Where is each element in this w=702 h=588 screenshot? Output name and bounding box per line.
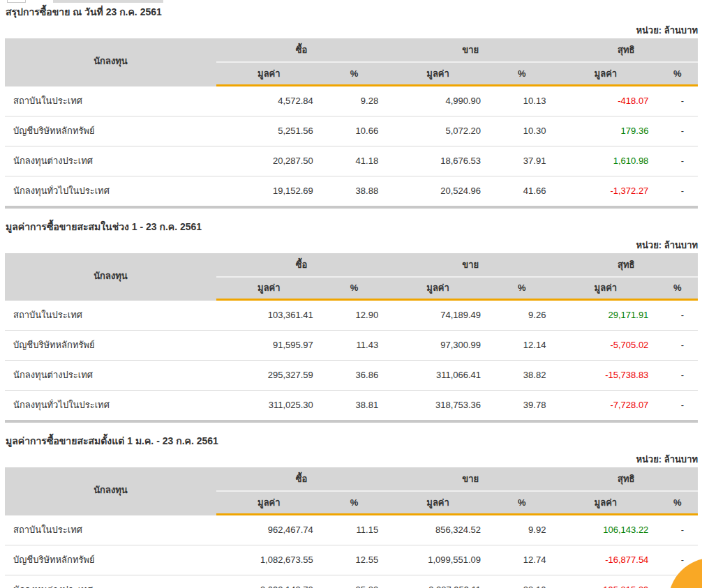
net-value: -418.07 <box>554 85 657 116</box>
sell-value: 18,676.53 <box>387 146 489 176</box>
sell-percent: 12.14 <box>489 331 554 361</box>
sell-value: 1,099,551.09 <box>387 545 489 575</box>
buy-value: 311,025.30 <box>216 391 322 422</box>
buy-value: 103,361.41 <box>216 300 322 331</box>
buy-value: 91,595.97 <box>216 331 322 361</box>
table-row: บัญชีบริษัทหลักทรัพย์ 91,595.97 11.43 97… <box>5 331 698 361</box>
column-header-buy-percent: % <box>322 62 387 85</box>
table-row: นักลงทุนต่างประเทศ 3,092,143.72 35.83 3,… <box>5 575 698 588</box>
column-header-sell-value: มูลค่า <box>387 277 489 300</box>
column-header-buy-value: มูลค่า <box>216 62 322 85</box>
buy-percent: 11.15 <box>322 514 387 545</box>
sell-percent: 12.74 <box>489 545 554 575</box>
investor-name: นักลงทุนต่างประเทศ <box>5 575 216 588</box>
column-header-net-value: มูลค่า <box>554 62 657 85</box>
column-group-net: สุทธิ <box>554 253 698 277</box>
table-row: บัญชีบริษัทหลักทรัพย์ 5,251.56 10.66 5,0… <box>5 116 698 146</box>
section-month-accumulated: มูลค่าการซื้อขายสะสมในช่วง 1 - 23 ก.ค. 2… <box>5 220 698 423</box>
column-group-buy: ซื้อ <box>216 38 387 62</box>
buy-percent: 10.66 <box>322 116 387 146</box>
buy-percent: 36.86 <box>322 361 387 391</box>
buy-percent: 35.83 <box>322 575 387 588</box>
section-title: สรุปการซื้อขาย ณ วันที่ 23 ก.ค. 2561 <box>6 6 698 19</box>
sell-percent: 39.78 <box>489 391 554 422</box>
year-accumulated-table: นักลงทุน ซื้อ ขาย สุทธิ มูลค่า % มูลค่า … <box>5 467 698 588</box>
net-value: -15,738.83 <box>554 361 657 391</box>
net-percent: - <box>657 116 698 146</box>
investor-name: บัญชีบริษัทหลักทรัพย์ <box>5 331 216 361</box>
net-percent: - <box>657 331 698 361</box>
buy-percent: 12.55 <box>322 545 387 575</box>
net-value: -195,815.39 <box>554 575 657 588</box>
investor-name: นักลงทุนต่างประเทศ <box>5 146 216 176</box>
buy-value: 4,572.84 <box>216 85 322 116</box>
table-row: นักลงทุนทั่วไปในประเทศ 311,025.30 38.81 … <box>5 391 698 422</box>
net-value: -1,372.27 <box>554 176 657 207</box>
column-header-sell-percent: % <box>489 277 554 300</box>
column-header-buy-value: มูลค่า <box>216 491 322 514</box>
buy-percent: 38.81 <box>322 391 387 422</box>
sell-percent: 9.26 <box>489 300 554 331</box>
buy-percent: 11.43 <box>322 331 387 361</box>
table-row: นักลงทุนต่างประเทศ 20,287.50 41.18 18,67… <box>5 146 698 176</box>
column-header-net-value: มูลค่า <box>554 491 657 514</box>
net-value: 106,143.22 <box>554 514 657 545</box>
column-header-net-percent: % <box>657 491 698 514</box>
buy-value: 20,287.50 <box>216 146 322 176</box>
investor-name: สถาบันในประเทศ <box>5 514 216 545</box>
column-header-net-percent: % <box>657 62 698 85</box>
buy-percent: 41.18 <box>322 146 387 176</box>
table-row: สถาบันในประเทศ 103,361.41 12.90 74,189.4… <box>5 300 698 331</box>
column-group-sell: ขาย <box>387 467 554 491</box>
net-value: 29,171.91 <box>554 300 657 331</box>
buy-value: 3,092,143.72 <box>216 575 322 588</box>
section-title: มูลค่าการซื้อขายสะสมตั้งแต่ 1 ม.ค. - 23 … <box>6 435 698 448</box>
column-header-net-percent: % <box>657 277 698 300</box>
section-year-accumulated: มูลค่าการซื้อขายสะสมตั้งแต่ 1 ม.ค. - 23 … <box>5 435 698 588</box>
unit-label: หน่วย: ล้านบาท <box>5 25 698 36</box>
net-percent: - <box>657 361 698 391</box>
clipped-tab-selected[interactable] <box>53 0 163 3</box>
net-percent: - <box>657 146 698 176</box>
column-header-buy-percent: % <box>322 491 387 514</box>
sell-percent: 10.13 <box>489 85 554 116</box>
daily-summary-table: นักลงทุน ซื้อ ขาย สุทธิ มูลค่า % มูลค่า … <box>5 38 698 209</box>
sell-value: 311,066.41 <box>387 361 489 391</box>
table-row: นักลงทุนทั่วไปในประเทศ 19,152.69 38.88 2… <box>5 176 698 207</box>
table-row: สถาบันในประเทศ 4,572.84 9.28 4,990.90 10… <box>5 85 698 116</box>
net-value: 179.36 <box>554 116 657 146</box>
column-group-buy: ซื้อ <box>216 253 387 277</box>
sell-percent: 38.10 <box>489 575 554 588</box>
buy-value: 19,152.69 <box>216 176 322 207</box>
investor-name: นักลงทุนต่างประเทศ <box>5 361 216 391</box>
column-header-investor: นักลงทุน <box>5 253 216 300</box>
column-header-sell-value: มูลค่า <box>387 62 489 85</box>
clipped-tab-bar <box>0 0 702 3</box>
net-percent: - <box>657 85 698 116</box>
column-group-sell: ขาย <box>387 253 554 277</box>
buy-value: 5,251.56 <box>216 116 322 146</box>
column-group-buy: ซื้อ <box>216 467 387 491</box>
buy-value: 1,082,673.55 <box>216 545 322 575</box>
investor-name: สถาบันในประเทศ <box>5 300 216 331</box>
section-daily-summary: สรุปการซื้อขาย ณ วันที่ 23 ก.ค. 2561 หน่… <box>5 6 698 209</box>
investor-trading-summary-page: สรุปการซื้อขาย ณ วันที่ 23 ก.ค. 2561 หน่… <box>0 0 702 588</box>
sell-value: 4,990.90 <box>387 85 489 116</box>
sell-percent: 41.66 <box>489 176 554 207</box>
net-value: -5,705.02 <box>554 331 657 361</box>
sell-value: 74,189.49 <box>387 300 489 331</box>
net-value: -16,877.54 <box>554 545 657 575</box>
month-accumulated-table: นักลงทุน ซื้อ ขาย สุทธิ มูลค่า % มูลค่า … <box>5 253 698 423</box>
buy-value: 962,467.74 <box>216 514 322 545</box>
sell-percent: 9.92 <box>489 514 554 545</box>
clipped-tab[interactable] <box>7 0 26 3</box>
column-header-sell-value: มูลค่า <box>387 491 489 514</box>
buy-percent: 12.90 <box>322 300 387 331</box>
table-row: สถาบันในประเทศ 962,467.74 11.15 856,324.… <box>5 514 698 545</box>
investor-name: นักลงทุนทั่วไปในประเทศ <box>5 176 216 207</box>
section-title: มูลค่าการซื้อขายสะสมในช่วง 1 - 23 ก.ค. 2… <box>6 220 698 234</box>
sell-percent: 10.30 <box>489 116 554 146</box>
column-header-sell-percent: % <box>489 491 554 514</box>
column-group-net: สุทธิ <box>554 38 698 62</box>
net-percent: - <box>657 391 698 422</box>
